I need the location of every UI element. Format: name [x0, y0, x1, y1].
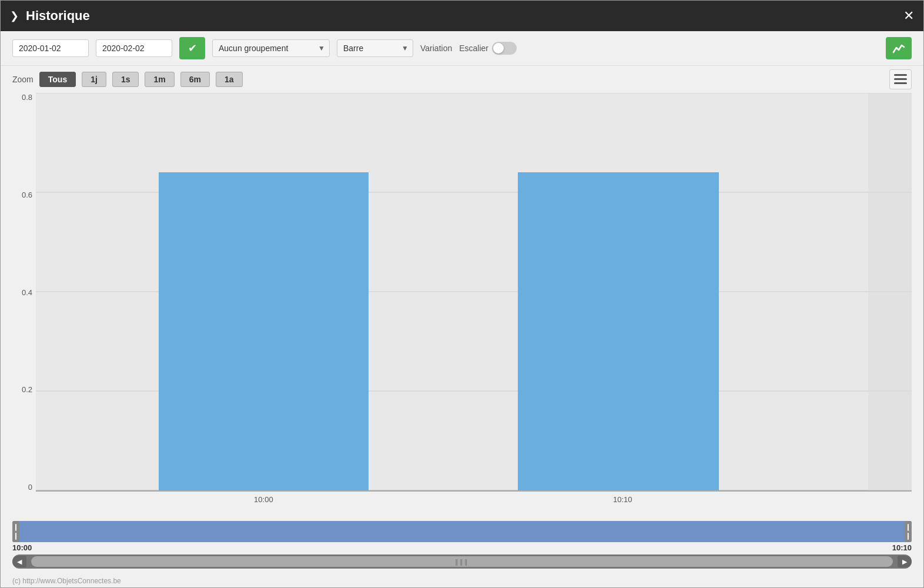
y-label-06: 0.6 [22, 191, 32, 199]
menu-button[interactable] [889, 69, 912, 89]
chart-type-button[interactable] [886, 37, 912, 59]
x-label-1000: 10:00 [254, 495, 273, 504]
y-label-0: 0 [28, 483, 32, 492]
range-handle-left[interactable] [12, 521, 19, 542]
variation-toggle-label: Variation [420, 44, 452, 53]
svg-rect-1 [894, 78, 907, 80]
svg-rect-0 [894, 74, 907, 76]
scrollbar-thumb[interactable]: ‖‖‖ [31, 556, 893, 567]
chart-area: 0.8 0.6 0.4 0.2 0 [1, 93, 923, 515]
chart-highlight [868, 93, 912, 490]
zoom-bar: Zoom Tous 1j 1s 1m 6m 1a [1, 66, 923, 93]
range-label-right: 10:10 [892, 543, 912, 552]
y-label-02: 0.2 [22, 385, 32, 394]
y-label-04: 0.4 [22, 288, 32, 297]
groupement-dropdown-wrapper: Aucun groupement Heure Jour Semaine Mois… [212, 39, 330, 57]
scrollbar-track: ◀ ‖‖‖ ▶ [12, 554, 912, 569]
date-from-input[interactable] [12, 39, 89, 57]
escalier-label-text: Escalier [459, 44, 488, 53]
footer: (c) http://www.ObjetsConnectes.be [1, 574, 923, 587]
hamburger-icon [894, 74, 907, 85]
title-bar: ❯ Historique ✕ [1, 1, 923, 31]
window-title: Historique [26, 8, 90, 24]
main-window: ❯ Historique ✕ ✔ Aucun groupement Heure … [0, 0, 924, 588]
escalier-toggle-label: Escalier [459, 42, 517, 55]
scrollbar-arrow-right[interactable]: ▶ [898, 556, 912, 567]
scrollbar-thumb-lines: ‖‖‖ [455, 558, 469, 566]
toolbar: ✔ Aucun groupement Heure Jour Semaine Mo… [1, 31, 923, 66]
range-handle-line-2 [15, 533, 16, 540]
bar-1 [159, 172, 369, 490]
chart-plot [36, 93, 912, 492]
date-to-input[interactable] [96, 39, 172, 57]
escalier-toggle[interactable] [492, 42, 517, 55]
type-dropdown-wrapper: Barre Ligne Surface ▼ [337, 39, 413, 57]
zoom-tous-button[interactable]: Tous [39, 72, 76, 87]
type-select[interactable]: Barre Ligne Surface [337, 39, 413, 57]
range-track [12, 521, 912, 542]
range-handle-line-4 [908, 533, 909, 540]
x-axis: 10:00 10:10 [36, 492, 912, 509]
range-label-left: 10:00 [12, 543, 32, 552]
chart-plot-wrapper: 10:00 10:10 [36, 93, 912, 509]
y-label-08: 0.8 [22, 93, 32, 102]
zoom-6m-button[interactable]: 6m [180, 72, 210, 87]
range-handle-lines-left [15, 524, 16, 540]
range-handle-lines-right [908, 524, 909, 540]
range-labels: 10:00 10:10 [12, 543, 912, 552]
zoom-label: Zoom [12, 75, 34, 84]
range-handle-line-1 [15, 524, 16, 531]
chart-line-icon [892, 42, 905, 55]
x-label-1010: 10:10 [613, 495, 632, 504]
y-axis: 0.8 0.6 0.4 0.2 0 [12, 93, 36, 509]
range-handle-line-3 [908, 524, 909, 531]
bar-2 [518, 172, 719, 490]
close-button[interactable]: ✕ [903, 9, 914, 22]
range-slider-container: 10:00 10:10 ◀ ‖‖‖ ▶ [1, 515, 923, 574]
zoom-1s-button[interactable]: 1s [112, 72, 139, 87]
zoom-1a-button[interactable]: 1a [216, 72, 243, 87]
range-selected [12, 521, 912, 542]
range-handle-right[interactable] [905, 521, 912, 542]
chevron-right-icon[interactable]: ❯ [10, 9, 19, 22]
zoom-1j-button[interactable]: 1j [82, 72, 106, 87]
title-bar-left: ❯ Historique [10, 8, 90, 24]
groupement-select[interactable]: Aucun groupement Heure Jour Semaine Mois [212, 39, 330, 57]
confirm-button[interactable]: ✔ [179, 37, 205, 59]
svg-rect-2 [894, 82, 907, 84]
variation-label-text: Variation [420, 44, 452, 53]
zoom-1m-button[interactable]: 1m [145, 72, 174, 87]
copyright-text: (c) http://www.ObjetsConnectes.be [12, 577, 121, 585]
escalier-toggle-knob [493, 43, 504, 54]
chart-container: 0.8 0.6 0.4 0.2 0 [12, 93, 912, 509]
scrollbar-arrow-left[interactable]: ◀ [12, 556, 26, 567]
